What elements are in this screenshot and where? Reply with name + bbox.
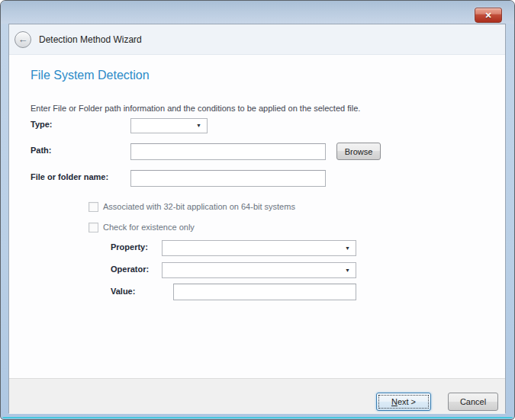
back-button[interactable]: ← <box>14 31 31 48</box>
browse-button[interactable]: Browse <box>336 143 381 160</box>
type-label: Type: <box>31 120 53 129</box>
back-arrow-icon: ← <box>18 34 28 45</box>
wizard-window: ✕ ← Detection Method Wizard File System … <box>0 0 515 420</box>
path-label: Path: <box>31 146 52 155</box>
wizard-client-area: ← Detection Method Wizard File System De… <box>8 24 506 413</box>
wizard-header-band: ← Detection Method Wizard <box>9 24 505 55</box>
path-input[interactable] <box>130 143 326 160</box>
footer-bar: Next > Cancel <box>9 378 505 414</box>
page-title: File System Detection <box>31 69 150 82</box>
operator-label: Operator: <box>111 265 149 274</box>
file-name-label: File or folder name: <box>31 172 108 181</box>
checkbox-32bit[interactable] <box>89 202 98 212</box>
checkbox-existence-only[interactable] <box>89 223 98 232</box>
cancel-button[interactable]: Cancel <box>448 393 498 411</box>
chevron-down-icon: ▼ <box>345 268 350 273</box>
next-button[interactable]: Next > <box>376 393 431 411</box>
window-bottom-glow <box>2 417 513 418</box>
file-name-input[interactable] <box>130 170 326 187</box>
operator-dropdown[interactable]: ▼ <box>162 262 356 278</box>
close-button[interactable]: ✕ <box>475 8 502 23</box>
wizard-title: Detection Method Wizard <box>39 24 142 55</box>
chevron-down-icon: ▼ <box>345 245 350 251</box>
type-dropdown[interactable]: ▼ <box>130 118 208 133</box>
chevron-down-icon: ▼ <box>196 123 201 128</box>
checkbox-32bit-label: Associated with 32-bit application on 64… <box>103 202 295 211</box>
page-description: Enter File or Folder path information an… <box>31 104 360 113</box>
property-label: Property: <box>111 242 148 252</box>
property-dropdown[interactable]: ▼ <box>162 240 356 256</box>
close-icon: ✕ <box>484 11 491 20</box>
value-input[interactable] <box>173 284 356 300</box>
checkbox-existence-only-label: Check for existence only <box>103 223 195 232</box>
value-label: Value: <box>111 287 135 296</box>
title-bar <box>1 1 514 24</box>
